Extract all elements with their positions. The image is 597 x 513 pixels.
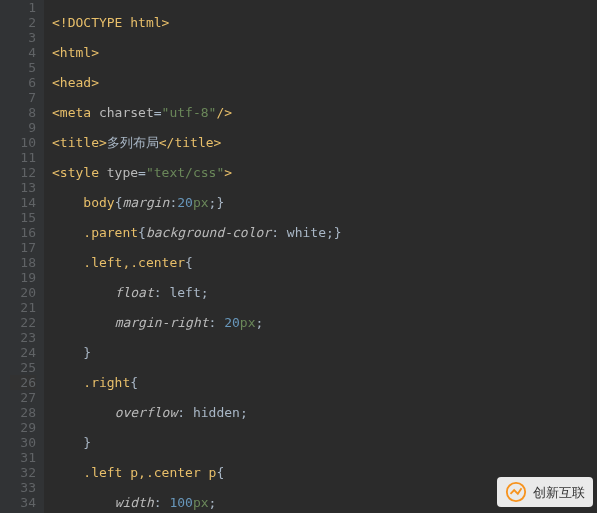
doctype: <!DOCTYPE html> bbox=[52, 15, 169, 30]
line-number: 10 bbox=[10, 135, 36, 150]
code-line[interactable]: .parent{background-color: white;} bbox=[52, 225, 597, 240]
line-number: 13 bbox=[10, 180, 36, 195]
code-line[interactable]: <meta charset="utf-8"/> bbox=[52, 105, 597, 120]
line-number: 12 bbox=[10, 165, 36, 180]
code-line[interactable]: <html> bbox=[52, 45, 597, 60]
code-line[interactable]: } bbox=[52, 435, 597, 450]
line-number: 5 bbox=[10, 60, 36, 75]
code-editor[interactable]: 1 2 3 4 5 6 7 8 9 10 11 12 13 14 15 16 1… bbox=[0, 0, 597, 513]
code-line[interactable]: <title>多列布局</title> bbox=[52, 135, 597, 150]
line-number: 15 bbox=[10, 210, 36, 225]
line-number: 4 bbox=[10, 45, 36, 60]
code-area[interactable]: <!DOCTYPE html> <html> <head> <meta char… bbox=[44, 0, 597, 513]
line-number: 6 bbox=[10, 75, 36, 90]
line-number: 21 bbox=[10, 300, 36, 315]
code-line[interactable]: float: left; bbox=[52, 285, 597, 300]
line-number: 23 bbox=[10, 330, 36, 345]
line-number: 19 bbox=[10, 270, 36, 285]
code-line[interactable]: } bbox=[52, 345, 597, 360]
line-number: 17 bbox=[10, 240, 36, 255]
line-number: 28 bbox=[10, 405, 36, 420]
line-number: 11 bbox=[10, 150, 36, 165]
line-number: 18 bbox=[10, 255, 36, 270]
code-line[interactable]: <head> bbox=[52, 75, 597, 90]
code-line[interactable]: .left,.center{ bbox=[52, 255, 597, 270]
line-number: 27 bbox=[10, 390, 36, 405]
code-line[interactable]: body{margin:20px;} bbox=[52, 195, 597, 210]
line-number: 25 bbox=[10, 360, 36, 375]
line-number: 9 bbox=[10, 120, 36, 135]
code-line[interactable]: margin-right: 20px; bbox=[52, 315, 597, 330]
line-number: 32 bbox=[10, 465, 36, 480]
code-line[interactable]: .right{ bbox=[52, 375, 597, 390]
line-number: 20 bbox=[10, 285, 36, 300]
line-number: 26 bbox=[10, 375, 36, 390]
code-line[interactable]: overflow: hidden; bbox=[52, 405, 597, 420]
watermark-text: 创新互联 bbox=[533, 485, 585, 500]
line-number: 8 bbox=[10, 105, 36, 120]
watermark-badge: 创新互联 bbox=[497, 477, 593, 507]
line-number: 30 bbox=[10, 435, 36, 450]
line-number: 3 bbox=[10, 30, 36, 45]
line-number: 33 bbox=[10, 480, 36, 495]
line-number: 24 bbox=[10, 345, 36, 360]
line-number: 34 bbox=[10, 495, 36, 510]
line-number: 7 bbox=[10, 90, 36, 105]
line-number: 29 bbox=[10, 420, 36, 435]
line-number: 2 bbox=[10, 15, 36, 30]
line-gutter: 1 2 3 4 5 6 7 8 9 10 11 12 13 14 15 16 1… bbox=[0, 0, 44, 513]
line-number: 22 bbox=[10, 315, 36, 330]
code-line[interactable]: <style type="text/css"> bbox=[52, 165, 597, 180]
line-number: 16 bbox=[10, 225, 36, 240]
line-number: 1 bbox=[10, 0, 36, 15]
watermark-logo-icon bbox=[505, 481, 527, 503]
line-number: 14 bbox=[10, 195, 36, 210]
code-line[interactable]: <!DOCTYPE html> bbox=[52, 15, 597, 30]
line-number: 31 bbox=[10, 450, 36, 465]
